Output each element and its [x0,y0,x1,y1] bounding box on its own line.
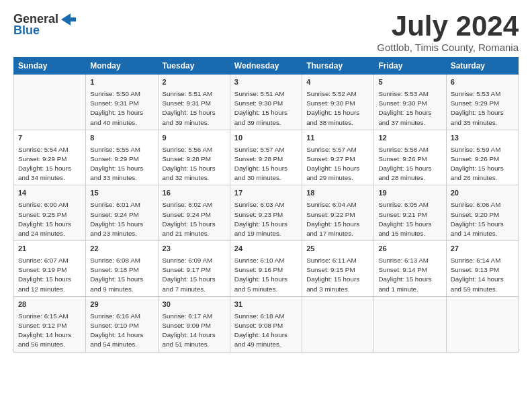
week-row-5: 28Sunrise: 6:15 AM Sunset: 9:12 PM Dayli… [14,296,519,352]
day-number: 20 [451,188,514,198]
day-info: Sunrise: 5:51 AM Sunset: 9:31 PM Dayligh… [163,90,216,126]
logo-blue: Blue [13,24,40,38]
day-info: Sunrise: 6:01 AM Sunset: 9:24 PM Dayligh… [90,201,143,237]
day-info: Sunrise: 5:52 AM Sunset: 9:30 PM Dayligh… [306,90,359,126]
cell-w3-d3: 17Sunrise: 6:03 AM Sunset: 9:23 PM Dayli… [230,185,302,241]
logo: General Blue [13,12,76,38]
day-info: Sunrise: 6:10 AM Sunset: 9:16 PM Dayligh… [234,257,287,293]
day-number: 22 [90,244,153,254]
day-info: Sunrise: 5:56 AM Sunset: 9:28 PM Dayligh… [163,146,216,182]
day-number: 4 [306,77,369,87]
day-info: Sunrise: 6:06 AM Sunset: 9:20 PM Dayligh… [451,201,504,237]
cell-w3-d1: 15Sunrise: 6:01 AM Sunset: 9:24 PM Dayli… [86,185,158,241]
header-saturday: Saturday [446,58,518,75]
day-info: Sunrise: 6:03 AM Sunset: 9:23 PM Dayligh… [234,201,287,237]
day-info: Sunrise: 6:15 AM Sunset: 9:12 PM Dayligh… [18,312,71,349]
cell-w2-d2: 9Sunrise: 5:56 AM Sunset: 9:28 PM Daylig… [158,130,230,185]
header: General Blue July 2024 Gottlob, Timis Co… [13,12,519,53]
cell-w4-d2: 23Sunrise: 6:09 AM Sunset: 9:17 PM Dayli… [158,241,230,297]
logo-arrow-icon [61,13,76,26]
cell-w5-d0: 28Sunrise: 6:15 AM Sunset: 9:12 PM Dayli… [14,296,86,352]
day-info: Sunrise: 5:59 AM Sunset: 9:26 PM Dayligh… [451,146,504,182]
cell-w3-d4: 18Sunrise: 6:04 AM Sunset: 9:22 PM Dayli… [302,185,374,241]
calendar-table: SundayMondayTuesdayWednesdayThursdayFrid… [13,57,519,353]
day-number: 19 [378,188,441,198]
cell-w3-d2: 16Sunrise: 6:02 AM Sunset: 9:24 PM Dayli… [158,185,230,241]
day-info: Sunrise: 6:04 AM Sunset: 9:22 PM Dayligh… [306,201,359,237]
cell-w3-d0: 14Sunrise: 6:00 AM Sunset: 9:25 PM Dayli… [14,185,86,241]
header-monday: Monday [86,58,158,75]
header-sunday: Sunday [14,58,86,75]
cell-w5-d1: 29Sunrise: 6:16 AM Sunset: 9:10 PM Dayli… [86,296,158,352]
cell-w4-d4: 25Sunrise: 6:11 AM Sunset: 9:15 PM Dayli… [302,241,374,297]
day-info: Sunrise: 6:11 AM Sunset: 9:15 PM Dayligh… [306,257,359,293]
day-number: 11 [306,133,369,143]
day-number: 12 [378,133,441,143]
location-subtitle: Gottlob, Timis County, Romania [377,42,519,53]
day-info: Sunrise: 6:17 AM Sunset: 9:09 PM Dayligh… [163,312,216,349]
day-number: 1 [90,77,153,87]
day-number: 9 [163,133,226,143]
day-number: 15 [90,188,153,198]
day-number: 21 [18,244,81,254]
cell-w5-d3: 31Sunrise: 6:18 AM Sunset: 9:08 PM Dayli… [230,296,302,352]
cell-w4-d3: 24Sunrise: 6:10 AM Sunset: 9:16 PM Dayli… [230,241,302,297]
header-wednesday: Wednesday [230,58,302,75]
day-info: Sunrise: 6:09 AM Sunset: 9:17 PM Dayligh… [163,257,216,293]
cell-w2-d3: 10Sunrise: 5:57 AM Sunset: 9:28 PM Dayli… [230,130,302,185]
cell-w5-d5 [374,296,446,352]
day-number: 30 [163,300,226,310]
day-info: Sunrise: 5:50 AM Sunset: 9:31 PM Dayligh… [90,90,143,126]
day-number: 6 [451,77,514,87]
day-number: 10 [234,133,298,143]
cell-w1-d6: 6Sunrise: 5:53 AM Sunset: 9:29 PM Daylig… [446,75,518,130]
cell-w2-d6: 13Sunrise: 5:59 AM Sunset: 9:26 PM Dayli… [446,130,518,185]
cell-w5-d6 [446,296,518,352]
cell-w4-d1: 22Sunrise: 6:08 AM Sunset: 9:18 PM Dayli… [86,241,158,297]
day-info: Sunrise: 6:16 AM Sunset: 9:10 PM Dayligh… [90,312,143,349]
title-block: July 2024 Gottlob, Timis County, Romania [377,12,519,53]
cell-w2-d1: 8Sunrise: 5:55 AM Sunset: 9:29 PM Daylig… [86,130,158,185]
day-info: Sunrise: 6:05 AM Sunset: 9:21 PM Dayligh… [378,201,431,237]
day-number: 3 [234,77,298,87]
header-thursday: Thursday [302,58,374,75]
day-info: Sunrise: 5:51 AM Sunset: 9:30 PM Dayligh… [234,90,287,126]
day-number: 26 [378,244,441,254]
header-row: SundayMondayTuesdayWednesdayThursdayFrid… [14,58,519,75]
cell-w3-d6: 20Sunrise: 6:06 AM Sunset: 9:20 PM Dayli… [446,185,518,241]
day-number: 24 [234,244,298,254]
cell-w1-d1: 1Sunrise: 5:50 AM Sunset: 9:31 PM Daylig… [86,75,158,130]
cell-w1-d3: 3Sunrise: 5:51 AM Sunset: 9:30 PM Daylig… [230,75,302,130]
day-info: Sunrise: 6:07 AM Sunset: 9:19 PM Dayligh… [18,257,71,293]
day-number: 7 [18,133,81,143]
week-row-4: 21Sunrise: 6:07 AM Sunset: 9:19 PM Dayli… [14,241,519,297]
day-number: 23 [163,244,226,254]
day-number: 28 [18,300,81,310]
day-info: Sunrise: 5:53 AM Sunset: 9:29 PM Dayligh… [451,90,504,126]
cell-w1-d2: 2Sunrise: 5:51 AM Sunset: 9:31 PM Daylig… [158,75,230,130]
day-number: 2 [163,77,226,87]
cell-w2-d5: 12Sunrise: 5:58 AM Sunset: 9:26 PM Dayli… [374,130,446,185]
week-row-2: 7Sunrise: 5:54 AM Sunset: 9:29 PM Daylig… [14,130,519,185]
cell-w1-d4: 4Sunrise: 5:52 AM Sunset: 9:30 PM Daylig… [302,75,374,130]
day-number: 27 [451,244,514,254]
day-info: Sunrise: 5:57 AM Sunset: 9:27 PM Dayligh… [306,146,359,182]
day-number: 25 [306,244,369,254]
week-row-3: 14Sunrise: 6:00 AM Sunset: 9:25 PM Dayli… [14,185,519,241]
day-number: 29 [90,300,153,310]
svg-marker-0 [61,13,76,26]
day-number: 16 [163,188,226,198]
cell-w4-d0: 21Sunrise: 6:07 AM Sunset: 9:19 PM Dayli… [14,241,86,297]
cell-w2-d4: 11Sunrise: 5:57 AM Sunset: 9:27 PM Dayli… [302,130,374,185]
day-info: Sunrise: 5:54 AM Sunset: 9:29 PM Dayligh… [18,146,71,182]
calendar-page: General Blue July 2024 Gottlob, Timis Co… [0,0,532,411]
cell-w4-d6: 27Sunrise: 6:14 AM Sunset: 9:13 PM Dayli… [446,241,518,297]
day-number: 8 [90,133,153,143]
day-info: Sunrise: 6:13 AM Sunset: 9:14 PM Dayligh… [378,257,431,293]
day-number: 13 [451,133,514,143]
day-info: Sunrise: 5:57 AM Sunset: 9:28 PM Dayligh… [234,146,287,182]
day-number: 14 [18,188,81,198]
day-info: Sunrise: 5:58 AM Sunset: 9:26 PM Dayligh… [378,146,431,182]
cell-w3-d5: 19Sunrise: 6:05 AM Sunset: 9:21 PM Dayli… [374,185,446,241]
cell-w2-d0: 7Sunrise: 5:54 AM Sunset: 9:29 PM Daylig… [14,130,86,185]
